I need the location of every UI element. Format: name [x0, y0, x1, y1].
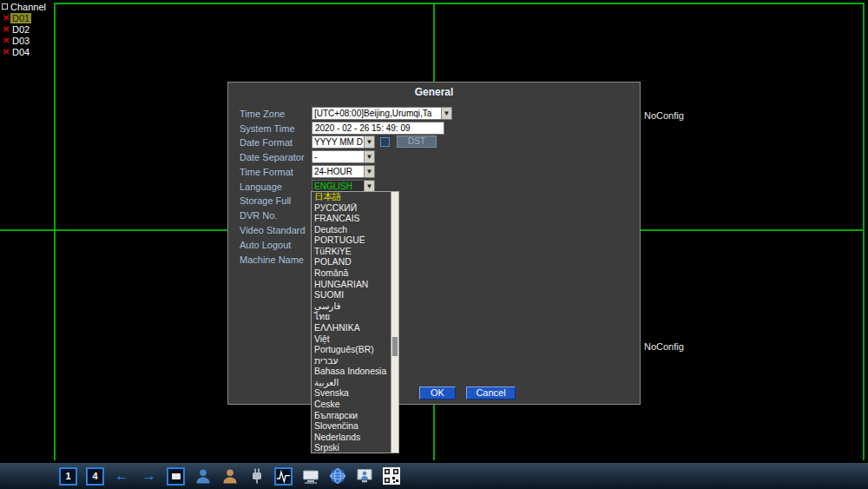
language-option[interactable]: POLAND: [312, 257, 398, 268]
cancel-button[interactable]: Cancel: [466, 387, 516, 400]
language-option[interactable]: FRANCAIS: [312, 214, 398, 225]
language-option[interactable]: ไทย: [312, 312, 398, 323]
person-icon: [194, 467, 212, 485]
language-option[interactable]: עברית: [312, 356, 398, 367]
qr-code-button[interactable]: [382, 467, 400, 486]
language-option[interactable]: Svenska: [312, 388, 398, 400]
language-option[interactable]: فارسي: [312, 301, 398, 313]
dst-button[interactable]: DST: [397, 135, 437, 148]
general-dialog: General Time Zone [UTC+08:00]Beijing,Uru…: [227, 82, 641, 405]
language-option[interactable]: Việt: [312, 334, 398, 346]
time-zone-value: [UTC+08:00]Beijing,Urumqi,Ta: [312, 108, 441, 119]
machine-name-label: Machine Name: [240, 254, 304, 265]
channel-label: D01: [10, 13, 31, 23]
language-option[interactable]: PORTUGUÊ: [312, 235, 398, 247]
date-separator-value: -: [312, 151, 364, 162]
language-option[interactable]: Română: [312, 268, 398, 280]
language-option[interactable]: Deutsch: [312, 225, 398, 236]
single-view-button[interactable]: 1: [59, 467, 77, 486]
operator-button[interactable]: [355, 467, 373, 486]
qr-code-icon: [383, 467, 400, 485]
date-separator-label: Date Separator: [240, 152, 305, 162]
disconnected-x-icon: ✕: [2, 46, 10, 57]
dvr-screen: Channel ✕ D01 ✕ D02 ✕ D03 ✕ D04 NoConfig…: [0, 0, 868, 489]
pc-client-button[interactable]: [301, 467, 319, 486]
storage-full-label: Storage Full: [240, 195, 291, 206]
channel-list-icon: [2, 3, 8, 10]
language-option[interactable]: 日本語: [312, 192, 398, 203]
ok-button[interactable]: OK: [419, 387, 456, 400]
language-option[interactable]: TüRKiYE: [312, 247, 398, 258]
channel-item-d04[interactable]: ✕ D04: [2, 46, 54, 57]
disconnected-x-icon: ✕: [2, 12, 10, 23]
noconfig-label: NoConfig: [644, 110, 684, 121]
language-option[interactable]: Česke: [312, 400, 398, 411]
channel-item-d03[interactable]: ✕ D03: [2, 35, 54, 46]
user-admin-button[interactable]: [220, 467, 239, 486]
time-zone-label: Time Zone: [240, 109, 285, 119]
date-format-select[interactable]: YYYY MM D ▼: [312, 135, 375, 149]
channel-item-d02[interactable]: ✕ D02: [2, 23, 54, 35]
person-at-screen-icon: [356, 467, 373, 485]
dst-checkbox[interactable]: [380, 137, 390, 147]
language-option[interactable]: SUOMI: [312, 290, 398, 301]
language-option[interactable]: ΕΛΛΗΝΙΚΑ: [312, 323, 398, 334]
system-time-input[interactable]: 2020 - 02 - 26 15: 49: 09: [312, 122, 444, 135]
dropdown-scrollbar-thumb[interactable]: [392, 337, 398, 356]
language-option[interactable]: Português(BR): [312, 345, 398, 356]
plug-icon: [248, 467, 266, 485]
noconfig-label: NoConfig: [644, 341, 684, 352]
channel-label: D04: [10, 47, 31, 57]
language-option[interactable]: Bahasa Indonesia: [312, 367, 398, 378]
language-option[interactable]: Nederlands: [312, 433, 398, 444]
grid-line-right: [863, 3, 865, 460]
language-option[interactable]: Srpski: [312, 443, 398, 454]
system-time-label: System Time: [240, 123, 295, 134]
monitor-icon: [302, 467, 319, 485]
language-option[interactable]: Slovenčina: [312, 421, 398, 433]
waveform-icon: [276, 469, 291, 484]
grid-line-left: [54, 3, 56, 460]
date-separator-select[interactable]: - ▼: [312, 150, 375, 163]
language-option[interactable]: РУССКИЙ: [312, 203, 398, 215]
time-format-label: Time Format: [240, 167, 293, 177]
chevron-down-icon[interactable]: ▼: [364, 151, 374, 162]
language-option[interactable]: Български: [312, 411, 398, 422]
single-view-label: 1: [65, 471, 70, 481]
globe-icon: [329, 467, 346, 485]
chevron-down-icon[interactable]: ▼: [364, 136, 374, 148]
dropdown-scrollbar[interactable]: [391, 192, 398, 453]
network-globe-button[interactable]: [328, 467, 346, 486]
playback-button[interactable]: [167, 467, 185, 486]
auto-logout-label: Auto Logout: [240, 240, 291, 250]
chevron-down-icon[interactable]: ▼: [441, 108, 451, 119]
usb-plug-button[interactable]: [247, 467, 266, 486]
quad-view-button[interactable]: 4: [86, 467, 104, 486]
bottom-toolbar: 1 4 ← →: [0, 463, 868, 489]
time-zone-select[interactable]: [UTC+08:00]Beijing,Urumqi,Ta ▼: [312, 107, 452, 120]
channel-panel-header: Channel: [2, 1, 54, 12]
screen-icon: [172, 473, 181, 479]
time-format-value: 24-HOUR: [312, 166, 364, 177]
channel-label: D02: [10, 24, 31, 35]
grid-line-top: [54, 3, 865, 4]
chevron-down-icon[interactable]: ▼: [364, 166, 374, 177]
channel-item-d01[interactable]: ✕ D01: [2, 12, 54, 23]
language-option[interactable]: العربية: [312, 378, 398, 389]
dialog-title: General: [228, 86, 640, 98]
dvr-no-label: DVR No.: [240, 210, 277, 221]
date-format-label: Date Format: [240, 137, 293, 148]
user-blue-button[interactable]: [194, 467, 212, 486]
language-label: Language: [240, 182, 282, 192]
disconnected-x-icon: ✕: [2, 35, 10, 46]
waveform-button[interactable]: [274, 467, 293, 486]
date-format-value: YYYY MM D: [312, 136, 364, 148]
language-option[interactable]: HUNGARIAN: [312, 280, 398, 291]
language-dropdown-list: 日本語 РУССКИЙ FRANCAIS Deutsch PORTUGUÊ Tü…: [311, 191, 399, 453]
channel-label: D03: [10, 36, 31, 46]
previous-channel-button[interactable]: ←: [113, 467, 131, 486]
time-format-select[interactable]: 24-HOUR ▼: [312, 165, 375, 178]
channel-panel-title: Channel: [10, 2, 46, 12]
video-standard-label: Video Standard: [240, 225, 306, 235]
next-channel-button[interactable]: →: [140, 467, 158, 486]
